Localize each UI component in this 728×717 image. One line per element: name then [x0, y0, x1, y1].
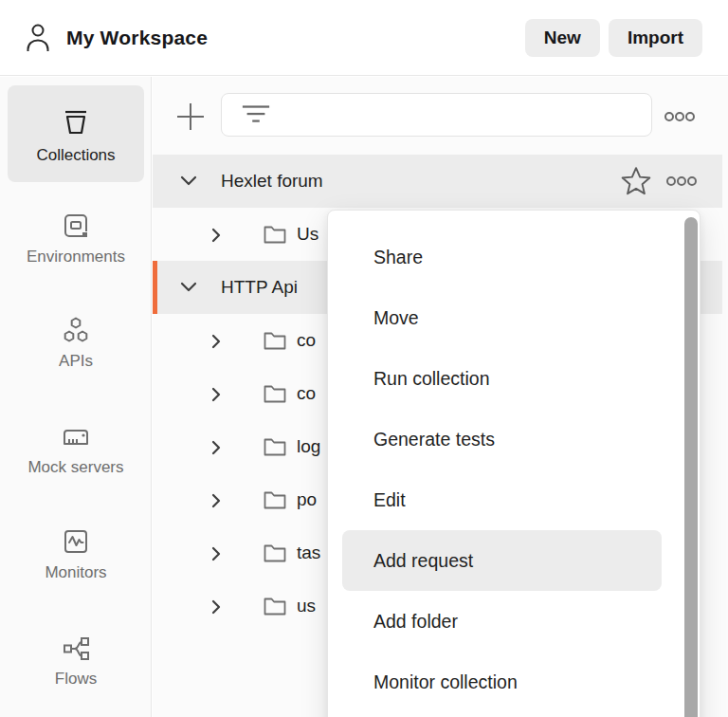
- collection-row-hexlet-forum[interactable]: Hexlet forum: [153, 155, 722, 208]
- chevron-right-icon[interactable]: [209, 332, 224, 351]
- menu-item-monitor-collection[interactable]: Monitor collection: [328, 652, 700, 712]
- import-button[interactable]: Import: [609, 19, 702, 57]
- apis-icon: [62, 316, 90, 344]
- sidebar-item-label: Mock servers: [27, 458, 123, 477]
- user-icon: [25, 23, 51, 53]
- menu-item-add-folder[interactable]: Add folder: [328, 591, 700, 652]
- sidebar-item-label: Collections: [36, 146, 115, 165]
- folder-icon: [263, 595, 287, 617]
- collections-icon: [58, 103, 94, 139]
- folder-name: co: [297, 330, 316, 351]
- menu-item-edit[interactable]: Edit: [328, 469, 700, 530]
- search-input[interactable]: [284, 94, 651, 136]
- sidebar-item-label: APIs: [59, 352, 93, 371]
- menu-item-label: Add request: [373, 550, 473, 571]
- chevron-right-icon[interactable]: [209, 544, 224, 563]
- menu-item-label: Edit: [373, 489, 406, 510]
- menu-item-label: Monitor collection: [373, 671, 518, 692]
- sidebar-item-mock-servers[interactable]: Mock servers: [0, 414, 152, 487]
- panel-more-options-button[interactable]: [659, 96, 701, 138]
- header-actions: New Import: [525, 19, 702, 57]
- folder-icon: [263, 488, 287, 511]
- sidebar-item-label: Monitors: [45, 563, 106, 582]
- chevron-down-icon[interactable]: [178, 277, 199, 298]
- new-button[interactable]: New: [525, 19, 600, 57]
- folder-icon: [263, 382, 287, 405]
- folder-icon: [263, 542, 287, 564]
- menu-item-label: Add folder: [373, 611, 458, 632]
- filter-icon: [241, 101, 271, 128]
- sidebar-item-collections[interactable]: Collections: [8, 85, 144, 182]
- plus-icon: [175, 101, 206, 132]
- menu-item-label: Share: [373, 247, 423, 267]
- menu-item-add-request[interactable]: Add request: [328, 530, 700, 591]
- workspace-header: My Workspace New Import: [0, 0, 728, 76]
- menu-item-generate-tests[interactable]: Generate tests: [328, 409, 700, 469]
- environments-icon: [62, 211, 90, 240]
- folder-name: po: [297, 489, 317, 510]
- monitors-icon: [62, 527, 90, 556]
- more-options-icon: [664, 106, 696, 127]
- sidebar-item-apis[interactable]: APIs: [0, 307, 152, 379]
- folder-icon: [263, 223, 287, 246]
- menu-item-label: Run collection: [373, 368, 489, 389]
- menu-item-run-collection[interactable]: Run collection: [328, 348, 700, 409]
- sidebar-item-environments[interactable]: Environments: [0, 203, 152, 275]
- chevron-right-icon[interactable]: [209, 438, 224, 457]
- mock-servers-icon: [61, 424, 91, 450]
- menu-item-label: Move: [373, 307, 419, 328]
- menu-item-move[interactable]: Move: [328, 287, 700, 348]
- menu-item-label: Generate tests: [373, 429, 495, 450]
- star-icon[interactable]: [620, 165, 652, 197]
- folder-name: log: [297, 436, 320, 457]
- sidebar-item-flows[interactable]: Flows: [0, 626, 152, 698]
- workspace-title: My Workspace: [66, 27, 208, 49]
- chevron-down-icon[interactable]: [178, 171, 199, 192]
- folder-icon: [263, 329, 287, 352]
- chevron-right-icon[interactable]: [209, 491, 224, 510]
- folder-name: Us: [297, 224, 318, 245]
- chevron-right-icon[interactable]: [209, 598, 224, 616]
- menu-scrollbar-thumb[interactable]: [684, 217, 698, 717]
- folder-name: tas: [297, 542, 320, 563]
- folder-name: co: [297, 383, 316, 404]
- left-sidebar: Collections Environments APIs Mock serve…: [0, 77, 152, 717]
- flows-icon: [62, 635, 90, 662]
- add-new-button[interactable]: [170, 96, 211, 138]
- folder-icon: [263, 435, 287, 458]
- folder-name: us: [297, 596, 316, 616]
- more-options-icon[interactable]: [665, 171, 698, 192]
- search-filter-box[interactable]: [221, 93, 652, 137]
- sidebar-item-label: Environments: [27, 248, 125, 267]
- chevron-right-icon[interactable]: [209, 385, 224, 404]
- sidebar-item-monitors[interactable]: Monitors: [0, 519, 152, 591]
- chevron-right-icon[interactable]: [209, 226, 224, 245]
- collection-name: HTTP Api: [221, 277, 298, 298]
- sidebar-item-label: Flows: [55, 670, 97, 689]
- collection-name: Hexlet forum: [221, 171, 323, 192]
- row-actions: [620, 165, 722, 197]
- menu-item-share[interactable]: Share: [328, 227, 700, 287]
- collection-context-menu: Share Move Run collection Generate tests…: [327, 210, 701, 717]
